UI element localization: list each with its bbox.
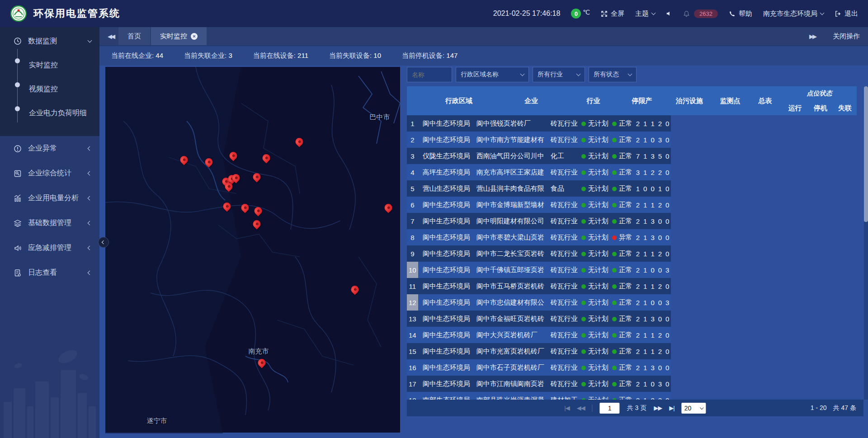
- cell-facility-status: 正常: [610, 132, 634, 148]
- cell-facility-status: 正常: [610, 213, 634, 229]
- table-row[interactable]: 5营山生态环境局营山县润丰肉食品有限食品无计划正常10010: [407, 180, 671, 197]
- fullscreen-button[interactable]: 全屏: [601, 9, 624, 18]
- cell-industry: 砖瓦行业: [546, 376, 580, 392]
- sidebar-subitem-label: 实时监控: [29, 61, 58, 70]
- temperature-unit: ℃: [583, 9, 590, 16]
- table-row[interactable]: 2阆中生态环境局阆中市南方节能建材有砖瓦行业无计划正常21030: [407, 132, 671, 148]
- sidebar-item-企业用电量分析[interactable]: 企业用电量分析: [0, 186, 99, 211]
- cell-stopped: 1: [656, 180, 664, 197]
- sidebar-item-企业异常[interactable]: 企业异常: [0, 136, 99, 161]
- cell-stopped: 3: [656, 376, 664, 392]
- user-menu[interactable]: 南充市生态环境局: [763, 9, 824, 18]
- col-meters: 总表: [748, 86, 782, 115]
- cell-offline: 0: [664, 392, 671, 400]
- name-filter-input[interactable]: [407, 67, 452, 82]
- next-page-button[interactable]: ▶▶: [654, 405, 662, 411]
- logout-button[interactable]: 退出: [835, 9, 858, 18]
- page-number-input[interactable]: [600, 403, 620, 414]
- cell-limit-status: 无计划: [580, 148, 610, 164]
- sidebar-item-应急减排管理[interactable]: 应急减排管理: [0, 235, 99, 260]
- cell-points: 3: [634, 164, 642, 180]
- table-row[interactable]: 9阆中生态环境局阆中市二龙长宝页岩砖砖瓦行业无计划正常21120: [407, 245, 671, 262]
- temperature-widget: 0 ℃: [571, 9, 590, 19]
- tabs-scroll-left-button[interactable]: ◀◀: [103, 33, 118, 40]
- cell-running: 0: [649, 376, 656, 392]
- sidebar-item-数据监测[interactable]: 数据监测: [0, 31, 99, 52]
- table-row[interactable]: 6阆中生态环境局阆中市金博瑞新型墙材砖瓦行业无计划正常21120: [407, 197, 671, 213]
- tab-实时监控[interactable]: 实时监控×: [151, 27, 207, 45]
- table-row[interactable]: 11阆中生态环境局阆中市五马桥页岩机砖砖瓦行业无计划正常21120: [407, 278, 671, 294]
- region-filter-select[interactable]: 行政区域名称: [456, 67, 529, 82]
- cell-facility-status: 正常: [610, 245, 634, 262]
- first-page-button[interactable]: |◀: [564, 405, 569, 411]
- map[interactable]: 巴中市南充市遂宁市: [105, 67, 400, 433]
- tab-首页[interactable]: 首页: [118, 27, 150, 45]
- datetime: 2021-02-25 17:46:18: [493, 9, 561, 18]
- cell-points: 7: [634, 148, 642, 164]
- status-dot: [581, 301, 586, 305]
- last-page-button[interactable]: ▶|: [669, 405, 674, 411]
- chevron-left-icon: [88, 221, 92, 226]
- content-area: 巴中市南充市遂宁市 行政区域名称 所有行业 所有状态: [99, 66, 868, 438]
- cell-region: 阆中生态环境局: [418, 343, 472, 359]
- cell-points: 2: [634, 376, 642, 392]
- sidebar-subitem-实时监控[interactable]: 实时监控: [0, 53, 99, 77]
- table-row[interactable]: 15阆中生态环境局阆中市光富页岩机砖厂砖瓦行业无计划正常21120: [407, 343, 671, 359]
- cell-meters: 1: [642, 343, 649, 359]
- row-index: 11: [407, 278, 418, 294]
- tab-close-icon[interactable]: ×: [191, 33, 198, 40]
- sidebar-subitem-视频监控[interactable]: 视频监控: [0, 77, 99, 101]
- cell-offline: 0: [664, 376, 671, 392]
- chevron-left-icon: [88, 196, 92, 201]
- map-collapse-button[interactable]: [98, 237, 109, 248]
- cell-running: 1: [649, 115, 656, 132]
- table-row[interactable]: 12阆中生态环境局阆中市忠信建材有限公砖瓦行业无计划正常21003: [407, 294, 671, 311]
- theme-dropdown[interactable]: 主题: [635, 9, 655, 18]
- prev-page-button[interactable]: ◀◀: [577, 405, 585, 411]
- tabs-scroll-right-button[interactable]: ▶▶: [805, 33, 820, 40]
- cell-meters: 1: [642, 132, 649, 148]
- cell-region: 南部生态环境局: [418, 392, 472, 400]
- table-row[interactable]: 3仪陇生态环境局西南油气田分公司川中化工无计划正常71350: [407, 148, 671, 164]
- cell-facility-status: 正常: [610, 278, 634, 294]
- table-row[interactable]: 8阆中生态环境局阆中市枣碧大梁山页岩砖瓦行业无计划异常21300: [407, 229, 671, 245]
- enterprise-panel: 行政区域名称 所有行业 所有状态: [407, 67, 863, 438]
- cell-running: 0: [649, 180, 656, 197]
- table-row[interactable]: 16阆中生态环境局阆中市石子页岩机砖厂砖瓦行业无计划正常21300: [407, 359, 671, 376]
- table-row[interactable]: 17阆中生态环境局阆中市江南镇阆南页岩砖瓦行业无计划正常21030: [407, 376, 671, 392]
- chevron-down-icon: [88, 38, 92, 42]
- sidebar-subitem-label: 视频监控: [29, 85, 58, 94]
- volume-button[interactable]: [666, 10, 672, 17]
- chevron-down-icon: [651, 10, 656, 15]
- cell-company: 阆中明阳建材有限公司: [472, 213, 546, 229]
- status-dot: [612, 349, 617, 354]
- table-scrollbar[interactable]: [864, 86, 868, 400]
- industry-filter-select[interactable]: 所有行业: [533, 67, 585, 82]
- status-filter-select[interactable]: 所有状态: [589, 67, 637, 82]
- cell-company: 营山县润丰肉食品有限: [472, 180, 546, 197]
- table-row[interactable]: 10阆中生态环境局阆中千佛镇五郎垭页岩砖瓦行业无计划正常21003: [407, 262, 671, 278]
- table-row[interactable]: 1阆中生态环境局阆中强锐页岩砖厂砖瓦行业无计划正常21120: [407, 115, 671, 132]
- stats-bar: 当前在线企业: 44当前失联企业: 3当前在线设备: 211当前失联设备: 10…: [99, 45, 868, 66]
- cell-stopped: 2: [656, 115, 664, 132]
- table-row[interactable]: 14阆中生态环境局阆中大兴页岩机砖厂砖瓦行业无计划正常21120: [407, 327, 671, 343]
- table-row[interactable]: 7阆中生态环境局阆中明阳建材有限公司砖瓦行业无计划正常21300: [407, 213, 671, 229]
- user-name: 南充市生态环境局: [763, 9, 817, 18]
- page-size-select[interactable]: 20: [682, 403, 706, 414]
- row-index: 9: [407, 245, 418, 262]
- table-row[interactable]: 4高坪生态环境局南充市高坪区王家店建砖瓦行业无计划正常31220: [407, 164, 671, 180]
- close-operations-button[interactable]: 关闭操作: [833, 32, 860, 41]
- notifications-button[interactable]: 2632: [683, 9, 718, 18]
- table-row[interactable]: 18南部生态环境局南部县珠光岩沥青混凝建材加工无计划正常21030: [407, 392, 671, 400]
- table-row[interactable]: 13阆中生态环境局阆中市金福旺页岩机砖砖瓦行业无计划正常21300: [407, 311, 671, 327]
- help-button[interactable]: 帮助: [729, 9, 752, 18]
- sidebar-item-基础数据管理[interactable]: 基础数据管理: [0, 211, 99, 235]
- cell-points: 2: [634, 245, 642, 262]
- sidebar-subitem-企业电力负荷明细[interactable]: 企业电力负荷明细: [0, 101, 99, 125]
- status-dot: [612, 170, 617, 175]
- cell-industry: 建材加工: [546, 392, 580, 400]
- scrollbar-thumb[interactable]: [864, 86, 868, 222]
- sidebar-item-日志查看[interactable]: 日志查看: [0, 260, 99, 285]
- sidebar-item-企业综合统计[interactable]: 企业综合统计: [0, 161, 99, 186]
- city-skyline-decoration: [0, 339, 99, 438]
